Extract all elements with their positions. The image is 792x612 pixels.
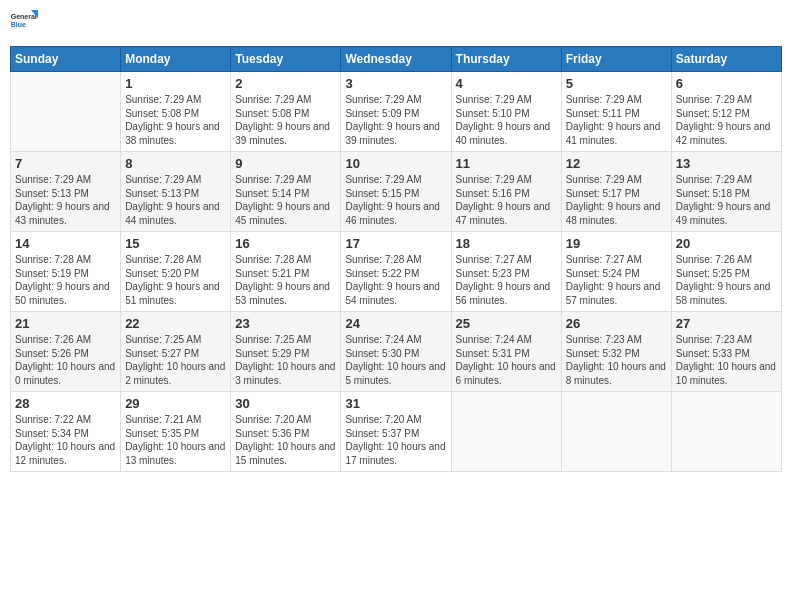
logo: General Blue xyxy=(10,10,38,38)
calendar-cell: 15 Sunrise: 7:28 AMSunset: 5:20 PMDaylig… xyxy=(121,232,231,312)
day-number: 19 xyxy=(566,236,667,251)
day-number: 26 xyxy=(566,316,667,331)
calendar-cell: 12 Sunrise: 7:29 AMSunset: 5:17 PMDaylig… xyxy=(561,152,671,232)
calendar-cell: 28 Sunrise: 7:22 AMSunset: 5:34 PMDaylig… xyxy=(11,392,121,472)
day-info: Sunrise: 7:28 AMSunset: 5:20 PMDaylight:… xyxy=(125,253,226,307)
day-info: Sunrise: 7:29 AMSunset: 5:08 PMDaylight:… xyxy=(125,93,226,147)
calendar-cell: 11 Sunrise: 7:29 AMSunset: 5:16 PMDaylig… xyxy=(451,152,561,232)
day-info: Sunrise: 7:29 AMSunset: 5:13 PMDaylight:… xyxy=(15,173,116,227)
day-info: Sunrise: 7:29 AMSunset: 5:14 PMDaylight:… xyxy=(235,173,336,227)
calendar-cell: 24 Sunrise: 7:24 AMSunset: 5:30 PMDaylig… xyxy=(341,312,451,392)
weekday-header-monday: Monday xyxy=(121,47,231,72)
calendar-cell: 1 Sunrise: 7:29 AMSunset: 5:08 PMDayligh… xyxy=(121,72,231,152)
day-info: Sunrise: 7:22 AMSunset: 5:34 PMDaylight:… xyxy=(15,413,116,467)
week-row-4: 21 Sunrise: 7:26 AMSunset: 5:26 PMDaylig… xyxy=(11,312,782,392)
calendar-cell: 20 Sunrise: 7:26 AMSunset: 5:25 PMDaylig… xyxy=(671,232,781,312)
day-info: Sunrise: 7:29 AMSunset: 5:13 PMDaylight:… xyxy=(125,173,226,227)
calendar-cell: 3 Sunrise: 7:29 AMSunset: 5:09 PMDayligh… xyxy=(341,72,451,152)
calendar-cell: 9 Sunrise: 7:29 AMSunset: 5:14 PMDayligh… xyxy=(231,152,341,232)
weekday-header-row: SundayMondayTuesdayWednesdayThursdayFrid… xyxy=(11,47,782,72)
calendar-cell: 10 Sunrise: 7:29 AMSunset: 5:15 PMDaylig… xyxy=(341,152,451,232)
day-number: 20 xyxy=(676,236,777,251)
day-info: Sunrise: 7:29 AMSunset: 5:12 PMDaylight:… xyxy=(676,93,777,147)
day-number: 24 xyxy=(345,316,446,331)
day-number: 15 xyxy=(125,236,226,251)
calendar-table: SundayMondayTuesdayWednesdayThursdayFrid… xyxy=(10,46,782,472)
calendar-cell: 26 Sunrise: 7:23 AMSunset: 5:32 PMDaylig… xyxy=(561,312,671,392)
page-header: General Blue xyxy=(10,10,782,38)
day-number: 25 xyxy=(456,316,557,331)
day-info: Sunrise: 7:25 AMSunset: 5:29 PMDaylight:… xyxy=(235,333,336,387)
calendar-cell: 19 Sunrise: 7:27 AMSunset: 5:24 PMDaylig… xyxy=(561,232,671,312)
logo-icon: General Blue xyxy=(10,10,38,38)
calendar-cell: 7 Sunrise: 7:29 AMSunset: 5:13 PMDayligh… xyxy=(11,152,121,232)
weekday-header-saturday: Saturday xyxy=(671,47,781,72)
calendar-cell xyxy=(451,392,561,472)
calendar-cell: 23 Sunrise: 7:25 AMSunset: 5:29 PMDaylig… xyxy=(231,312,341,392)
day-number: 22 xyxy=(125,316,226,331)
day-info: Sunrise: 7:24 AMSunset: 5:30 PMDaylight:… xyxy=(345,333,446,387)
day-number: 9 xyxy=(235,156,336,171)
day-number: 11 xyxy=(456,156,557,171)
calendar-cell: 16 Sunrise: 7:28 AMSunset: 5:21 PMDaylig… xyxy=(231,232,341,312)
calendar-cell: 30 Sunrise: 7:20 AMSunset: 5:36 PMDaylig… xyxy=(231,392,341,472)
calendar-cell: 17 Sunrise: 7:28 AMSunset: 5:22 PMDaylig… xyxy=(341,232,451,312)
day-number: 3 xyxy=(345,76,446,91)
day-info: Sunrise: 7:29 AMSunset: 5:17 PMDaylight:… xyxy=(566,173,667,227)
calendar-cell: 27 Sunrise: 7:23 AMSunset: 5:33 PMDaylig… xyxy=(671,312,781,392)
day-number: 5 xyxy=(566,76,667,91)
day-info: Sunrise: 7:29 AMSunset: 5:16 PMDaylight:… xyxy=(456,173,557,227)
calendar-cell: 22 Sunrise: 7:25 AMSunset: 5:27 PMDaylig… xyxy=(121,312,231,392)
calendar-cell: 29 Sunrise: 7:21 AMSunset: 5:35 PMDaylig… xyxy=(121,392,231,472)
day-info: Sunrise: 7:24 AMSunset: 5:31 PMDaylight:… xyxy=(456,333,557,387)
day-number: 8 xyxy=(125,156,226,171)
day-number: 18 xyxy=(456,236,557,251)
day-info: Sunrise: 7:23 AMSunset: 5:32 PMDaylight:… xyxy=(566,333,667,387)
day-info: Sunrise: 7:29 AMSunset: 5:11 PMDaylight:… xyxy=(566,93,667,147)
svg-text:General: General xyxy=(11,13,37,20)
calendar-cell: 31 Sunrise: 7:20 AMSunset: 5:37 PMDaylig… xyxy=(341,392,451,472)
day-info: Sunrise: 7:25 AMSunset: 5:27 PMDaylight:… xyxy=(125,333,226,387)
day-number: 31 xyxy=(345,396,446,411)
day-info: Sunrise: 7:23 AMSunset: 5:33 PMDaylight:… xyxy=(676,333,777,387)
day-number: 21 xyxy=(15,316,116,331)
day-info: Sunrise: 7:28 AMSunset: 5:19 PMDaylight:… xyxy=(15,253,116,307)
day-number: 14 xyxy=(15,236,116,251)
day-info: Sunrise: 7:27 AMSunset: 5:23 PMDaylight:… xyxy=(456,253,557,307)
day-number: 4 xyxy=(456,76,557,91)
week-row-3: 14 Sunrise: 7:28 AMSunset: 5:19 PMDaylig… xyxy=(11,232,782,312)
week-row-5: 28 Sunrise: 7:22 AMSunset: 5:34 PMDaylig… xyxy=(11,392,782,472)
calendar-cell: 14 Sunrise: 7:28 AMSunset: 5:19 PMDaylig… xyxy=(11,232,121,312)
day-number: 28 xyxy=(15,396,116,411)
day-number: 1 xyxy=(125,76,226,91)
day-info: Sunrise: 7:29 AMSunset: 5:08 PMDaylight:… xyxy=(235,93,336,147)
day-number: 12 xyxy=(566,156,667,171)
day-info: Sunrise: 7:29 AMSunset: 5:15 PMDaylight:… xyxy=(345,173,446,227)
week-row-2: 7 Sunrise: 7:29 AMSunset: 5:13 PMDayligh… xyxy=(11,152,782,232)
day-number: 27 xyxy=(676,316,777,331)
weekday-header-sunday: Sunday xyxy=(11,47,121,72)
calendar-cell: 4 Sunrise: 7:29 AMSunset: 5:10 PMDayligh… xyxy=(451,72,561,152)
day-number: 13 xyxy=(676,156,777,171)
weekday-header-tuesday: Tuesday xyxy=(231,47,341,72)
day-number: 7 xyxy=(15,156,116,171)
day-info: Sunrise: 7:21 AMSunset: 5:35 PMDaylight:… xyxy=(125,413,226,467)
calendar-cell: 2 Sunrise: 7:29 AMSunset: 5:08 PMDayligh… xyxy=(231,72,341,152)
day-number: 16 xyxy=(235,236,336,251)
calendar-cell xyxy=(671,392,781,472)
weekday-header-friday: Friday xyxy=(561,47,671,72)
day-info: Sunrise: 7:20 AMSunset: 5:36 PMDaylight:… xyxy=(235,413,336,467)
calendar-cell: 18 Sunrise: 7:27 AMSunset: 5:23 PMDaylig… xyxy=(451,232,561,312)
day-number: 29 xyxy=(125,396,226,411)
day-number: 23 xyxy=(235,316,336,331)
calendar-cell: 8 Sunrise: 7:29 AMSunset: 5:13 PMDayligh… xyxy=(121,152,231,232)
day-info: Sunrise: 7:26 AMSunset: 5:26 PMDaylight:… xyxy=(15,333,116,387)
day-number: 17 xyxy=(345,236,446,251)
calendar-cell: 5 Sunrise: 7:29 AMSunset: 5:11 PMDayligh… xyxy=(561,72,671,152)
day-info: Sunrise: 7:28 AMSunset: 5:22 PMDaylight:… xyxy=(345,253,446,307)
day-info: Sunrise: 7:20 AMSunset: 5:37 PMDaylight:… xyxy=(345,413,446,467)
calendar-cell: 21 Sunrise: 7:26 AMSunset: 5:26 PMDaylig… xyxy=(11,312,121,392)
calendar-cell xyxy=(561,392,671,472)
calendar-cell: 6 Sunrise: 7:29 AMSunset: 5:12 PMDayligh… xyxy=(671,72,781,152)
day-number: 30 xyxy=(235,396,336,411)
